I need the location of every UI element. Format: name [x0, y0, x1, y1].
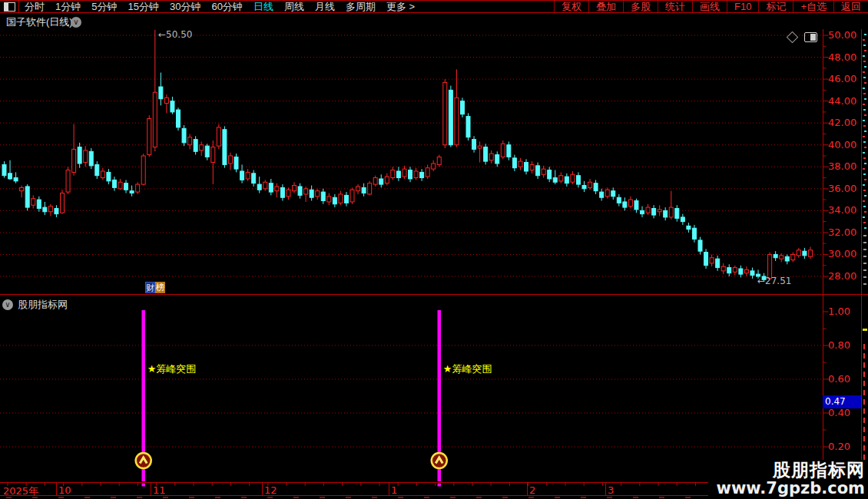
time-tick-label: 11 [153, 484, 166, 496]
time-tick-label: 2 [529, 484, 535, 496]
period-menu: 分时1分钟5分钟15分钟30分钟60分钟日线周线月线多周期更多 > [19, 1, 420, 12]
action-button[interactable]: F10 [727, 1, 758, 12]
indicator-source: ∨ 股朋指标网 [2, 298, 68, 312]
action-button[interactable]: +自选 [793, 1, 833, 12]
indicator-source-label: 股朋指标网 [18, 298, 68, 312]
action-button[interactable]: 复权 [554, 1, 588, 12]
price-tick-label: 48.00 [828, 51, 862, 63]
period-item[interactable]: 5分钟 [86, 1, 122, 12]
indicator-current-value: 0.47 [823, 395, 861, 408]
price-tick-label: 50.00 [828, 29, 862, 41]
finance-rank-badge[interactable]: 财 榜 [145, 282, 165, 293]
chevron-down-icon[interactable]: ∨ [71, 17, 81, 28]
indicator-tick-label: 0.40 [828, 407, 862, 418]
watermark: 股朋指标网 www.7gpzb.com [708, 460, 868, 498]
top-toolbar: 分时1分钟5分钟15分钟30分钟60分钟日线周线月线多周期更多 > 复权叠加多股… [0, 0, 868, 13]
chevron-down-icon[interactable]: ∨ [2, 299, 13, 310]
layout-icon[interactable] [0, 1, 19, 12]
action-button[interactable]: 画线 [692, 1, 727, 12]
price-tick-label: 32.00 [828, 226, 862, 238]
price-tick-label: 34.00 [828, 204, 862, 216]
split-square-icon [4, 2, 15, 12]
price-tick-label: 40.00 [828, 139, 862, 150]
time-tick-label: 3 [608, 484, 614, 496]
price-tick-label: 42.00 [828, 117, 862, 128]
high-price-annotation: ←50.50 [158, 29, 192, 40]
action-menu: 复权叠加多股统计画线F10标记+自选返回 [554, 1, 868, 12]
app-window: 分时1分钟5分钟15分钟30分钟60分钟日线周线月线多周期更多 > 复权叠加多股… [0, 0, 868, 499]
panel-toggle-icon[interactable] [804, 32, 817, 42]
low-price-annotation: ←27.51 [757, 276, 791, 286]
signal-label: ★筹峰突围 [147, 362, 197, 376]
time-tick-label: 2025年 [3, 484, 38, 498]
period-item[interactable]: 1分钟 [50, 1, 86, 12]
action-button[interactable]: 统计 [658, 1, 692, 12]
period-item[interactable]: 周线 [279, 1, 310, 12]
period-item[interactable]: 60分钟 [206, 1, 247, 12]
price-tick-label: 44.00 [828, 95, 862, 107]
action-button[interactable]: 返回 [833, 1, 868, 12]
action-button[interactable]: 多股 [623, 1, 658, 12]
period-item[interactable]: 更多 > [381, 1, 420, 12]
price-tick-label: 36.00 [828, 183, 862, 194]
chart-title: 国子软件(日线) [6, 15, 73, 29]
period-item[interactable]: 15分钟 [122, 1, 164, 12]
watermark-url: www.7gpzb.com [716, 480, 865, 497]
time-tick-label: 12 [264, 484, 277, 496]
indicator-tick-label: 0.80 [828, 339, 862, 351]
signal-label: ★筹峰突围 [443, 362, 492, 376]
action-button[interactable]: 标记 [758, 1, 793, 12]
title-bar: 国子软件(日线) ∨ [0, 14, 868, 29]
period-item[interactable]: 月线 [310, 1, 340, 12]
time-tick-label: 1 [391, 484, 397, 496]
period-item[interactable]: 多周期 [340, 1, 381, 12]
watermark-site-name: 股朋指标网 [716, 461, 865, 480]
period-item[interactable]: 分时 [19, 1, 50, 12]
price-tick-label: 30.00 [828, 248, 862, 259]
indicator-tick-label: 0.60 [828, 373, 862, 385]
time-tick-label: 10 [58, 484, 71, 496]
chart-canvas[interactable] [0, 0, 868, 499]
action-button[interactable]: 叠加 [588, 1, 623, 12]
indicator-tick-label: 1.00 [828, 306, 862, 317]
price-tick-label: 28.00 [828, 270, 862, 282]
price-tick-label: 38.00 [828, 160, 862, 172]
indicator-tick-label: 0.20 [828, 441, 862, 452]
price-tick-label: 46.00 [828, 73, 862, 84]
period-item[interactable]: 30分钟 [164, 1, 206, 12]
period-item[interactable]: 日线 [248, 1, 279, 12]
